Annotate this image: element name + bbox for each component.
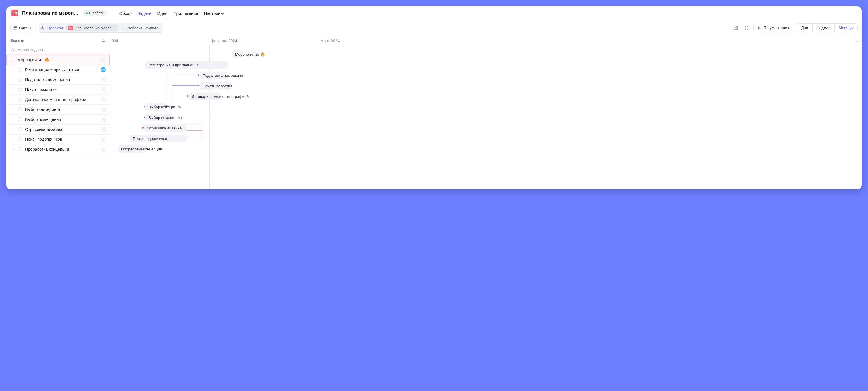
gantt-bar[interactable]: Проработка концепции (118, 145, 145, 153)
task-priority-dot[interactable] (100, 97, 106, 102)
gantt-bar-label: Выбор помещения (148, 115, 182, 120)
nav-settings[interactable]: Настройки (204, 11, 225, 16)
task-status-circle[interactable] (18, 78, 22, 82)
sliders-icon[interactable] (41, 26, 45, 30)
task-row[interactable]: Мероприятие 🔥 (6, 55, 110, 65)
task-row[interactable]: Выбор помещения (6, 115, 110, 124)
task-label: Проработка концепции (25, 147, 98, 151)
app-window: ПМ Планирование мероп… В работе Обзор За… (6, 6, 862, 189)
task-row[interactable]: Печать раздатки (6, 85, 110, 95)
gantt-icon (13, 26, 17, 30)
task-priority-dot[interactable] (100, 77, 106, 82)
filter-chip-project[interactable]: ПМ Планирование мероп… (66, 24, 118, 31)
main-nav: Обзор Задачи Идеи Приложения Настройки (119, 11, 225, 16)
task-priority-dot[interactable] (100, 147, 106, 152)
status-label: В работе (89, 11, 104, 15)
dep-line (172, 75, 172, 129)
page-title: Планирование мероп… (22, 10, 79, 16)
filter-chip-badge: ПМ (68, 26, 73, 30)
svg-point-2 (43, 28, 44, 29)
task-priority-dot[interactable] (100, 117, 106, 122)
task-status-circle[interactable] (18, 68, 22, 72)
gantt-bar[interactable]: Мероприятие 🔥 (232, 51, 243, 58)
task-row[interactable]: ▸Проработка концепции (6, 144, 110, 155)
month-partial-left: 024 (112, 38, 118, 43)
task-status-circle[interactable] (18, 88, 22, 91)
task-label: Поиск подрядчиков (25, 137, 98, 142)
task-status-circle[interactable] (10, 58, 14, 62)
nav-apps[interactable]: Приложения (173, 11, 198, 16)
task-priority-dot[interactable] (100, 107, 106, 112)
main-area: Задачи Новая задача Мероприятие 🔥Регистр… (6, 35, 862, 189)
task-label: Договариваемся с типографией (25, 97, 98, 102)
gantt-bar[interactable]: Выбор кейтеринга (146, 103, 166, 111)
task-sidebar: Задачи Новая задача Мероприятие 🔥Регистр… (6, 36, 110, 189)
gantt-bar[interactable]: Подготовка помещения (200, 72, 228, 79)
task-status-circle[interactable] (18, 128, 22, 131)
gantt-bar[interactable]: Выбор помещения (146, 114, 173, 121)
task-status-circle[interactable] (18, 117, 22, 121)
dep-line (187, 85, 187, 96)
chevron-right-icon (29, 26, 33, 30)
scale-days[interactable]: Дни (797, 24, 812, 32)
new-task-button[interactable]: Новая задача (6, 45, 110, 55)
gantt-bar-label: Подготовка помещения (203, 73, 244, 78)
task-priority-dot[interactable] (100, 137, 106, 142)
sort-button[interactable]: По умолчанию (753, 24, 794, 32)
month-partial-right: ап (856, 38, 861, 43)
task-priority-dot[interactable] (100, 87, 106, 92)
expand-button[interactable] (743, 24, 751, 32)
task-row[interactable]: Договариваемся с типографией (6, 95, 110, 105)
add-filter-button[interactable]: Добавить фильтр (120, 25, 161, 31)
project-badge: ПМ (11, 10, 18, 17)
gantt-bar-label: Регистрация и приглашения (148, 63, 198, 67)
task-row[interactable]: Регистрация и приглашенияЕМ (6, 65, 110, 75)
gantt-bar-label: Печать раздатки (203, 84, 232, 88)
gantt-bar[interactable]: Отрисовка дизайна (144, 124, 186, 132)
gantt-bar-label: Отрисовка дизайна (147, 126, 182, 130)
sort-label: По умолчанию (764, 26, 790, 30)
dep-line (187, 131, 187, 138)
scale-months[interactable]: Месяцы (835, 24, 858, 32)
nav-tasks[interactable]: Задачи (137, 11, 151, 16)
status-dot-icon (86, 12, 88, 14)
gantt-bar[interactable]: Печать раздатки (200, 82, 232, 90)
add-filter-label: Добавить фильтр (128, 26, 159, 30)
gantt-bar[interactable]: Поиск подрядчиков (130, 135, 187, 142)
filter-chip-text: Планирование мероп… (75, 26, 115, 30)
plus-circle-icon (122, 26, 126, 30)
task-status-circle[interactable] (18, 97, 22, 102)
overdue-marker (186, 124, 203, 131)
gantt-bar[interactable]: Договариваемся с типографией (189, 93, 221, 100)
task-row[interactable]: Поиск подрядчиков (6, 135, 110, 144)
nav-overview[interactable]: Обзор (119, 11, 131, 16)
gantt-chart[interactable]: 024 февраль 2024 март 2024 ап (110, 36, 862, 189)
assignee-avatar[interactable]: ЕМ (100, 67, 106, 72)
nav-ideas[interactable]: Идеи (157, 11, 167, 16)
header: ПМ Планирование мероп… В работе Обзор За… (6, 6, 862, 20)
expand-caret-icon[interactable]: ▸ (12, 148, 16, 151)
task-label: Отрисовка дизайна (25, 127, 98, 132)
view-selector[interactable]: Гант (10, 24, 36, 32)
dep-line (203, 131, 204, 138)
task-status-circle[interactable] (18, 147, 22, 151)
svg-rect-3 (734, 26, 738, 30)
task-row[interactable]: Отрисовка дизайна (6, 124, 110, 135)
status-chip[interactable]: В работе (83, 10, 107, 16)
task-label: Подготовка помещения (25, 77, 98, 82)
gantt-bar-label: Договариваемся с типографией (192, 94, 249, 99)
dep-line (167, 75, 198, 75)
gantt-bar[interactable]: Регистрация и приглашения (146, 61, 228, 68)
scale-weeks[interactable]: Недели (812, 24, 835, 32)
task-priority-dot[interactable] (100, 57, 105, 62)
task-priority-dot[interactable] (100, 127, 106, 132)
save-icon (734, 26, 738, 30)
save-layout-button[interactable] (732, 24, 740, 32)
task-status-circle[interactable] (18, 137, 22, 141)
dep-line (172, 85, 198, 86)
task-row[interactable]: Выбор кейтеринга (6, 105, 110, 115)
sliders-icon[interactable] (101, 38, 106, 43)
task-status-circle[interactable] (18, 108, 22, 111)
task-row[interactable]: Подготовка помещения (6, 75, 110, 85)
task-label: Выбор кейтеринга (25, 107, 98, 112)
